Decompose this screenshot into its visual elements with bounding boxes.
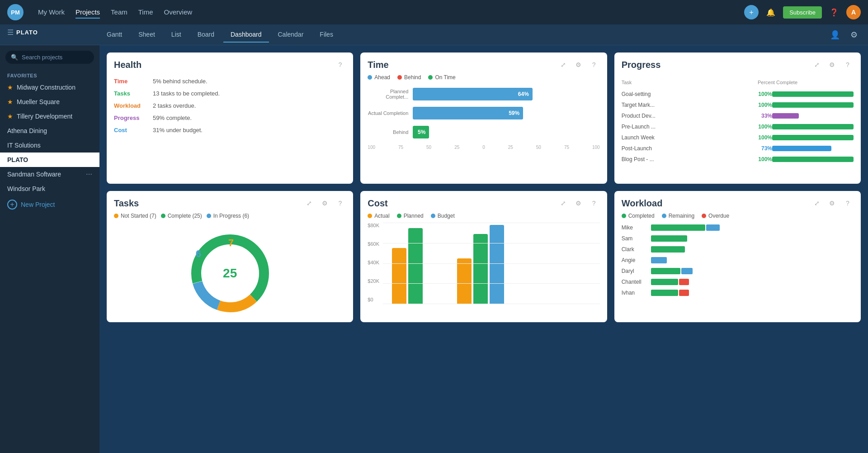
add-icon[interactable]: ＋ — [744, 5, 759, 19]
tab-files[interactable]: Files — [312, 27, 340, 43]
progress-help-icon[interactable]: ? — [842, 59, 854, 71]
time-bar-planned: Planned Complet... 64% — [368, 88, 599, 100]
cost-help-icon[interactable]: ? — [588, 197, 600, 209]
time-expand-icon[interactable]: ⤢ — [557, 59, 569, 71]
planned-dot — [397, 214, 401, 218]
cost-legend: Actual Planned Budget — [360, 213, 607, 223]
cost-card: Cost ⤢ ⚙ ? Actual Planned Budget — [360, 191, 607, 322]
table-row: Launch Week 100% — [622, 132, 854, 143]
tab-list[interactable]: List — [164, 27, 189, 43]
actual-bar: 59% — [413, 107, 523, 119]
bar-actual-2 — [457, 258, 472, 304]
search-box[interactable]: 🔍 Search projects — [5, 51, 94, 64]
cost-chart-wrapper: $80K $60K $40K $20K $0 — [368, 223, 599, 304]
sidebar-item-plato[interactable]: PLATO — [0, 153, 99, 167]
tab-calendar[interactable]: Calendar — [271, 27, 311, 43]
mike-remaining — [706, 224, 720, 231]
bell-icon[interactable]: 🔔 — [764, 5, 778, 19]
legend-remaining-w: Remaining — [662, 213, 694, 219]
time-settings-icon[interactable]: ⚙ — [573, 59, 585, 71]
health-value-progress: 59% complete. — [153, 114, 192, 121]
health-value-tasks: 13 tasks to be completed. — [153, 90, 220, 97]
logo[interactable]: PM — [7, 4, 24, 20]
tasks-expand-icon[interactable]: ⤢ — [303, 197, 315, 209]
cost-expand-icon[interactable]: ⤢ — [557, 197, 569, 209]
workload-expand-icon[interactable]: ⤢ — [811, 197, 823, 209]
nav-team[interactable]: Team — [111, 6, 127, 19]
nav-items: My Work Projects Team Time Overview — [38, 6, 730, 19]
daryl-remaining — [681, 268, 693, 274]
sidebar: 🔍 Search projects Favorites ★ Midway Con… — [0, 45, 99, 453]
donut-center-label: 25 — [223, 266, 237, 281]
in-progress-dot — [207, 214, 211, 218]
sub-nav: ☰ PLATO Gantt Sheet List Board Dashboard… — [0, 24, 868, 45]
angie-remaining — [651, 257, 667, 263]
sidebar-item-windsor[interactable]: Windsor Park — [0, 181, 99, 196]
workload-legend: Completed Remaining Overdue — [614, 213, 861, 224]
sidebar-item-tillery[interactable]: ★ Tillery Development — [0, 109, 99, 124]
cost-bar-group-2 — [457, 225, 504, 304]
legend-in-progress: In Progress (6) — [207, 213, 249, 219]
progress-settings-icon[interactable]: ⚙ — [826, 59, 838, 71]
sidebar-item-athena[interactable]: Athena Dining — [0, 124, 99, 138]
health-label-tasks: Tasks — [114, 90, 146, 97]
behind-bar: 5% — [413, 126, 429, 138]
sidebar-item-label: IT Solutions — [7, 142, 41, 149]
donut-label-6: 6 — [196, 248, 201, 260]
settings-icon[interactable]: ⚙ — [847, 28, 861, 42]
nav-my-work[interactable]: My Work — [38, 6, 65, 19]
nav-time[interactable]: Time — [138, 6, 153, 19]
tasks-help-icon[interactable]: ? — [334, 197, 346, 209]
person-icon[interactable]: 👤 — [828, 28, 842, 42]
time-card-header: Time ⤢ ⚙ ? — [360, 52, 607, 74]
col-pct: Percent Complete — [754, 78, 854, 89]
help-icon[interactable]: ❓ — [827, 5, 841, 19]
sidebar-item-it[interactable]: IT Solutions — [0, 138, 99, 153]
y-label-60k: $60K — [368, 241, 379, 247]
more-icon[interactable]: ⋯ — [86, 171, 92, 178]
sidebar-item-label: Windsor Park — [7, 185, 45, 192]
new-project-button[interactable]: + New Project — [0, 196, 99, 213]
legend-on-time: On Time — [428, 74, 455, 81]
workload-card: Workload ⤢ ⚙ ? Completed Remaining Overd… — [614, 191, 861, 322]
planned-bar: 64% — [413, 88, 533, 100]
time-help-icon[interactable]: ? — [588, 59, 600, 71]
health-row-time: Time 5% behind schedule. — [114, 78, 346, 85]
tab-gantt[interactable]: Gantt — [99, 27, 129, 43]
health-help-icon[interactable]: ? — [334, 59, 346, 71]
sidebar-item-sandman[interactable]: Sandman Software ⋯ — [0, 167, 99, 181]
nav-projects[interactable]: Projects — [75, 6, 100, 19]
star-icon: ★ — [7, 84, 13, 91]
cost-settings-icon[interactable]: ⚙ — [573, 197, 585, 209]
workload-settings-icon[interactable]: ⚙ — [826, 197, 838, 209]
subscribe-button[interactable]: Subscribe — [783, 6, 822, 19]
health-row-tasks: Tasks 13 tasks to be completed. — [114, 90, 346, 97]
star-icon: ★ — [7, 98, 13, 105]
workload-help-icon[interactable]: ? — [842, 197, 854, 209]
health-value-workload: 2 tasks overdue. — [153, 102, 196, 109]
progress-card-header: Progress ⤢ ⚙ ? — [614, 52, 861, 74]
col-task: Task — [622, 78, 754, 89]
bar-budget-2 — [490, 225, 504, 304]
cost-card-header: Cost ⤢ ⚙ ? — [360, 191, 607, 213]
favorites-label: Favorites — [0, 69, 99, 80]
sidebar-item-mueller[interactable]: ★ Mueller Square — [0, 95, 99, 109]
y-label-0: $0 — [368, 297, 379, 302]
progress-expand-icon[interactable]: ⤢ — [811, 59, 823, 71]
table-row: Product Dev... 33% — [622, 110, 854, 121]
workload-row-mike: Mike — [622, 224, 854, 231]
tasks-settings-icon[interactable]: ⚙ — [319, 197, 330, 209]
sub-nav-items: Gantt Sheet List Board Dashboard Calenda… — [99, 27, 340, 43]
nav-overview[interactable]: Overview — [164, 6, 193, 19]
overdue-dot — [702, 214, 706, 218]
tab-board[interactable]: Board — [190, 27, 222, 43]
sidebar-item-midway[interactable]: ★ Midway Construction — [0, 80, 99, 95]
time-title: Time — [368, 60, 553, 70]
tab-sheet[interactable]: Sheet — [131, 27, 162, 43]
avatar[interactable]: A — [846, 5, 861, 19]
health-card: Health ? Time 5% behind schedule. Tasks … — [107, 52, 353, 184]
actual-dot — [368, 214, 372, 218]
bar-actual-1 — [392, 248, 406, 304]
chantell-overdue — [679, 279, 689, 285]
tab-dashboard[interactable]: Dashboard — [223, 27, 269, 43]
